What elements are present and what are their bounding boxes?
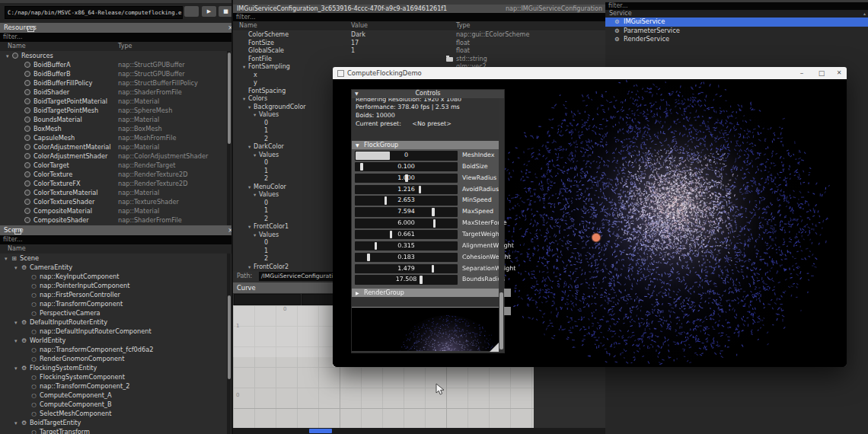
resource-tree-row[interactable]: ColorAdjustmentMaterialnap::Material (0, 142, 232, 152)
controls-header[interactable]: ▼ Controls (352, 90, 504, 98)
scene-tree-row[interactable]: ▾⊞Scene (0, 254, 232, 263)
resource-tree-row[interactable]: BoundsMaterialnap::Material (0, 115, 232, 124)
expand-arrow-icon[interactable]: ▾ (248, 223, 254, 231)
scene-tree-row[interactable]: ○nap::PointerInputComponent (0, 281, 232, 290)
resource-tree-row[interactable]: BoidTargetPointMeshnap::SphereMesh (0, 106, 232, 115)
inspector-filter-input[interactable]: filter... (233, 13, 608, 21)
scene-tree-row[interactable]: ○ComputeComponent_A (0, 391, 232, 400)
minimize-button[interactable]: – (792, 67, 812, 79)
float-panel-icon[interactable] (14, 228, 21, 235)
slider-value[interactable]: 7.594 (355, 207, 458, 217)
resource-tree-row[interactable]: CompositeShadernap::ShaderFromFile (0, 215, 232, 225)
slider-track[interactable]: 0.183 (355, 253, 458, 263)
scene-tree-row[interactable]: ○RenderGnomonComponent (0, 354, 232, 363)
curve-hscrollbar-thumb[interactable] (309, 429, 332, 433)
slider-value[interactable]: 0.661 (355, 230, 458, 240)
slider-track[interactable]: 2.653 (355, 196, 458, 206)
resize-grip[interactable] (490, 343, 499, 352)
slider-track[interactable]: 7.594 (355, 207, 458, 217)
demo-window-titlebar[interactable]: ComputeFlockingDemo – □ ✕ (333, 67, 847, 79)
service-item-parameterservice[interactable]: ⚙ParameterService (605, 27, 868, 36)
scene-tree-row[interactable]: ○nap::TransformComponent (0, 299, 232, 308)
scene-column-headers[interactable]: Name (0, 244, 232, 254)
resource-tree-row[interactable]: BoidBufferBnap::StructGPUBuffer (0, 69, 232, 78)
scene-tree-row[interactable]: ○nap::TransformComponent_2 (0, 381, 232, 391)
scene-filter-input[interactable]: filter... (0, 235, 235, 244)
resources-scrollbar-thumb[interactable] (228, 53, 231, 144)
resource-tree-row[interactable]: BoidTargetPointMaterialnap::Material (0, 97, 232, 106)
service-item-imguiservice[interactable]: ⚙IMGuiService (605, 18, 868, 27)
scene-tree-row[interactable]: ○nap::TransformComponent_fcf0d6a2 (0, 345, 232, 354)
property-value[interactable]: Dark (351, 31, 365, 40)
scene-tree-row[interactable]: ▾⚙WorldEntity (0, 336, 232, 345)
scene-tree-row[interactable]: ▾⚙FlockingSystemEntity (0, 363, 232, 372)
folder-icon[interactable] (446, 57, 453, 62)
browse-exe-button[interactable] (184, 6, 199, 17)
slider-track[interactable]: 17.508 (355, 275, 458, 285)
inspector-row[interactable]: GlobalScale1float (233, 47, 605, 56)
slider-value[interactable]: 1.479 (355, 264, 458, 274)
expand-arrow-icon[interactable]: ▾ (248, 263, 254, 272)
resources-filter-input[interactable]: filter... (0, 33, 235, 42)
slider-track[interactable]: 0 (355, 151, 458, 161)
resource-tree-row[interactable]: ColorTextureMaterialnap::Material (0, 188, 232, 197)
scene-tree-row[interactable]: ○nap::FirstPersonController (0, 290, 232, 299)
slider-value[interactable]: 0.183 (355, 253, 458, 263)
scene-tree-row[interactable]: ○FlockingSystemComponent (0, 372, 232, 381)
slider-track[interactable]: 1.216 (355, 185, 458, 195)
scene-tree-row[interactable]: ○nap::KeyInputComponent (0, 272, 232, 281)
controls-scrollbar[interactable] (499, 98, 504, 353)
resource-tree-row[interactable]: ColorTextureShadernap::TextureShader (0, 197, 232, 206)
scene-tree-row[interactable]: ▾⚙BoidTargetEntity (0, 418, 232, 427)
slider-value[interactable]: 6.000 (355, 219, 458, 228)
scene-scrollbar-thumb[interactable] (228, 295, 231, 379)
slider-value[interactable]: 1.000 (355, 174, 458, 183)
resource-tree-row[interactable]: ColorTextureFXnap::RenderTexture2D (0, 179, 232, 188)
property-value[interactable]: 17 (351, 40, 359, 48)
expand-arrow-icon[interactable]: ▾ (254, 191, 259, 199)
inspector-row[interactable]: FontFilestd::string (233, 56, 605, 64)
resources-panel-header[interactable]: Resources × (0, 23, 236, 33)
resource-tree-row[interactable]: BoidShadernap::ShaderFromFile (0, 88, 232, 97)
expand-arrow-icon[interactable]: ▾ (254, 231, 259, 240)
scene-tree-row[interactable]: ○SelectMeshComponent (0, 409, 232, 418)
resource-tree-row[interactable]: BoidBufferFillPolicynap::StructBufferFil… (0, 78, 232, 88)
run-button[interactable]: ▶ (202, 6, 216, 17)
expand-arrow-icon[interactable]: ▾ (248, 143, 254, 152)
service-column-header[interactable]: Service ▴ (605, 10, 868, 18)
float-panel-icon[interactable] (27, 26, 34, 32)
service-item-renderservice[interactable]: ⚙RenderService (605, 35, 868, 44)
property-value[interactable]: 1 (351, 47, 355, 56)
slider-track[interactable]: 1.479 (355, 264, 458, 274)
slider-track[interactable]: 6.000 (355, 219, 458, 228)
service-filter-input[interactable]: filter... (605, 2, 868, 10)
slider-track[interactable]: 0.315 (355, 241, 458, 251)
curve-cell-a[interactable] (234, 294, 301, 305)
resource-tree-row[interactable]: ColorAdjustmentShadernap::ColorAdjustmen… (0, 152, 232, 161)
exe-path-input[interactable]: C:/nap/nap/bin/MSVC-x86_64-Release/compu… (5, 6, 183, 19)
expand-arrow-icon[interactable]: ▾ (254, 111, 259, 120)
curve-hscrollbar[interactable] (233, 428, 605, 434)
resources-scrollbar[interactable] (227, 51, 231, 225)
scene-tree-row[interactable]: ○PerspectiveCamera (0, 308, 232, 318)
resources-column-headers[interactable]: Name Type (0, 42, 232, 51)
controls-scrollbar-thumb[interactable] (499, 292, 503, 349)
render-group-header[interactable]: ▶ RenderGroup (352, 289, 511, 297)
inspector-column-headers[interactable]: Name Value Type (233, 21, 605, 30)
resource-tree-row[interactable]: CapsuleMeshnap::MeshFromFile (0, 133, 232, 142)
inspector-title-bar[interactable]: IMGuiServiceConfiguration_3c653916-4ccc-… (233, 5, 605, 13)
scene-tree-row[interactable]: ○ComputeComponent_B (0, 400, 232, 409)
inspector-row[interactable]: ColorSchemeDarknap::gui::EColorScheme (233, 31, 605, 40)
close-button[interactable]: ✕ (829, 67, 849, 79)
expand-arrow-icon[interactable]: ▾ (254, 152, 259, 160)
collapse-icon[interactable]: ▼ (355, 90, 359, 98)
inspector-row[interactable]: FontSize17float (233, 40, 605, 48)
scene-tree-row[interactable]: ▾⚙CameraEntity (0, 263, 232, 272)
flock-group-header[interactable]: ▼ FlockGroup (352, 141, 499, 149)
slider-value[interactable]: 0.315 (355, 241, 458, 251)
resource-tree-row[interactable]: ▾Resources (0, 51, 232, 60)
slider-value[interactable]: 1.216 (355, 185, 458, 195)
preset-value[interactable]: <No preset> (412, 120, 451, 127)
scene-tree-row[interactable]: ▾⚙DefaultInputRouterEntity (0, 318, 232, 327)
scene-tree-row[interactable]: ○nap::DefaultInputRouterComponent (0, 327, 232, 336)
